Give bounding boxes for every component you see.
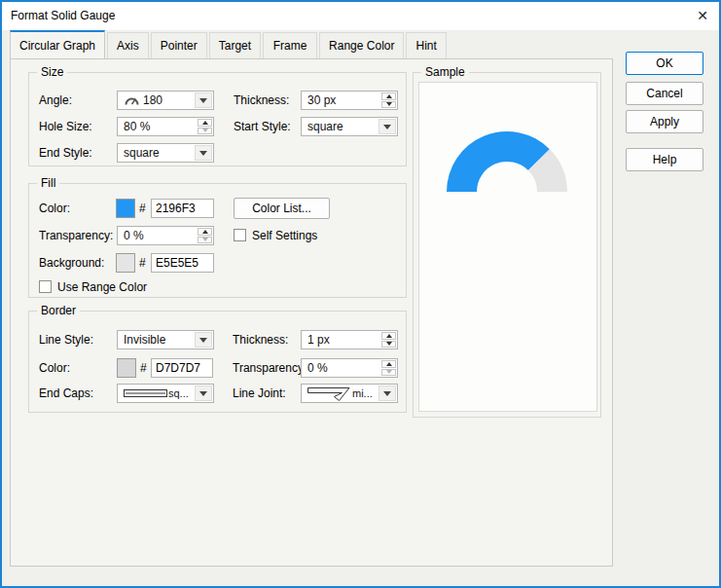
spin-down-icon (202, 129, 208, 132)
spin-up-icon (202, 230, 208, 234)
dropdown-arrow-icon (383, 125, 391, 129)
tab-circular-graph[interactable]: Circular Graph (10, 30, 105, 58)
tab-panel: Size Angle: 180 Thickness: 30 px (10, 58, 613, 567)
start-style-label: Start Style: (234, 117, 291, 136)
title-bar: Format Solid Gauge ✕ (2, 2, 719, 30)
line-joint-value: mi... (352, 385, 373, 402)
border-thickness-spinner[interactable]: 1 px (301, 330, 398, 349)
end-caps-dropdown-button[interactable] (195, 386, 212, 401)
hole-size-value: 80 % (124, 118, 150, 135)
fill-transparency-value: 0 % (124, 227, 144, 244)
line-style-dropdown[interactable]: Invisible (117, 330, 214, 349)
spin-up-button[interactable] (381, 332, 396, 340)
fill-transparency-spinner[interactable]: 0 % (117, 226, 214, 245)
use-range-color-checkbox[interactable] (39, 280, 52, 293)
spin-down-button[interactable] (381, 369, 396, 377)
tab-pointer[interactable]: Pointer (151, 32, 207, 58)
start-style-dropdown-button[interactable] (379, 119, 396, 134)
angle-label: Angle: (39, 91, 72, 110)
gauge-angle-icon (124, 95, 139, 106)
border-transparency-label: Transparency: (233, 358, 306, 378)
spin-up-button[interactable] (381, 92, 396, 100)
dropdown-arrow-icon (199, 338, 207, 343)
spin-up-button[interactable] (198, 119, 212, 127)
border-thickness-label: Thickness: (233, 330, 288, 349)
miter-joint-icon (307, 386, 352, 402)
end-style-value: square (124, 144, 160, 162)
border-color-hex-field[interactable] (151, 358, 213, 378)
use-range-color-label: Use Range Color (57, 277, 147, 297)
spin-down-button[interactable] (381, 341, 396, 349)
spin-down-button[interactable] (381, 101, 396, 109)
border-group-title: Border (37, 304, 80, 317)
border-transparency-value: 0 % (307, 359, 328, 377)
angle-dropdown-button[interactable] (195, 92, 212, 108)
cancel-button[interactable]: Cancel (626, 82, 703, 105)
border-group: Border Line Style: Invisible Thickness: … (28, 311, 407, 413)
thickness-label: Thickness: (234, 91, 289, 110)
size-group: Size Angle: 180 Thickness: 30 px (28, 72, 407, 166)
line-joint-label: Line Joint: (233, 384, 286, 403)
fill-color-label: Color: (39, 199, 70, 218)
dropdown-arrow-icon (199, 98, 207, 103)
tab-hint[interactable]: Hint (406, 32, 446, 58)
dropdown-arrow-icon (199, 391, 207, 396)
start-style-dropdown[interactable]: square (301, 117, 398, 136)
color-list-button[interactable]: Color List... (234, 198, 330, 219)
hash-sign: # (139, 199, 146, 218)
angle-dropdown[interactable]: 180 (117, 91, 214, 110)
border-color-swatch[interactable] (117, 358, 136, 378)
hash-sign: # (140, 358, 147, 378)
self-settings-label: Self Settings (252, 226, 317, 245)
size-group-title: Size (37, 65, 67, 79)
line-style-value: Invisible (124, 331, 165, 349)
tab-target[interactable]: Target (209, 32, 261, 58)
line-style-dropdown-button[interactable] (195, 332, 212, 348)
end-style-dropdown-button[interactable] (195, 145, 212, 161)
end-caps-label: End Caps: (39, 384, 93, 403)
ok-button[interactable]: OK (626, 52, 703, 75)
background-hex-field[interactable] (151, 253, 214, 273)
dropdown-arrow-icon (383, 391, 391, 396)
spin-down-icon (386, 102, 392, 106)
hole-size-spinner[interactable]: 80 % (117, 117, 214, 136)
sample-group: Sample (413, 72, 601, 418)
end-caps-value: sq... (168, 385, 189, 402)
end-caps-dropdown[interactable]: sq... (117, 384, 214, 403)
border-color-hex-input[interactable] (152, 359, 212, 377)
background-label: Background: (39, 253, 104, 273)
spin-up-button[interactable] (198, 228, 212, 236)
fill-color-swatch[interactable] (116, 199, 135, 218)
line-joint-dropdown-button[interactable] (379, 386, 396, 401)
angle-value: 180 (143, 92, 162, 109)
hash-sign: # (139, 253, 146, 273)
background-hex-input[interactable] (152, 254, 213, 272)
self-settings-checkbox[interactable] (234, 229, 246, 241)
spin-up-button[interactable] (381, 360, 396, 368)
help-button[interactable]: Help (626, 148, 703, 171)
tab-axis[interactable]: Axis (107, 32, 149, 58)
spin-down-button[interactable] (198, 237, 212, 244)
border-transparency-spinner[interactable]: 0 % (301, 358, 398, 378)
end-style-label: End Style: (39, 143, 92, 163)
thickness-spinner[interactable]: 30 px (301, 91, 398, 110)
line-style-label: Line Style: (39, 330, 93, 349)
fill-group-title: Fill (37, 176, 59, 190)
sample-group-title: Sample (421, 65, 469, 79)
background-color-swatch[interactable] (116, 253, 135, 273)
fill-group: Fill Color: # Color List... Transparency… (28, 183, 407, 298)
end-style-dropdown[interactable]: square (117, 143, 214, 163)
fill-color-hex-input[interactable] (152, 200, 213, 217)
close-icon[interactable]: ✕ (697, 7, 708, 24)
fill-color-hex-field[interactable] (151, 199, 214, 218)
dropdown-arrow-icon (199, 151, 207, 156)
fill-transparency-label: Transparency: (39, 226, 113, 245)
tab-range-color[interactable]: Range Color (319, 32, 404, 58)
tab-frame[interactable]: Frame (263, 32, 317, 58)
line-joint-dropdown[interactable]: mi... (301, 384, 398, 403)
border-color-label: Color: (39, 358, 70, 378)
spin-down-button[interactable] (198, 128, 212, 135)
hole-size-label: Hole Size: (39, 117, 92, 136)
apply-button[interactable]: Apply (626, 110, 703, 133)
start-style-value: square (307, 118, 343, 135)
